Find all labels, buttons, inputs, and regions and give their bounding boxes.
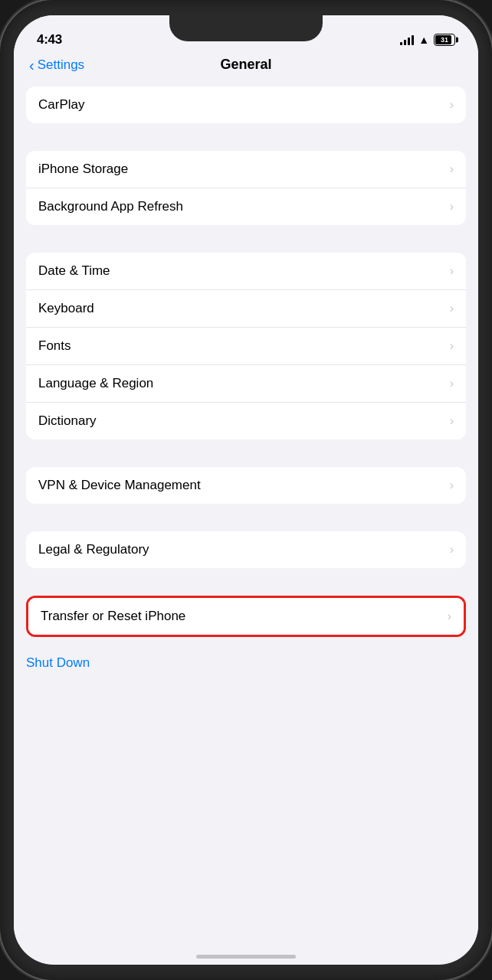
carplay-section: CarPlay › <box>14 87 478 123</box>
navigation-bar: ‹ Settings General <box>14 54 478 79</box>
transfer-label: Transfer or Reset iPhone <box>41 609 185 624</box>
dictionary-row[interactable]: Dictionary › <box>26 403 466 439</box>
transfer-section: Transfer or Reset iPhone › <box>14 596 478 637</box>
shut-down-button[interactable]: Shut Down <box>26 655 90 670</box>
signal-icon <box>400 34 414 45</box>
language-region-chevron-icon: › <box>450 377 454 390</box>
legal-label: Legal & Regulatory <box>38 542 149 557</box>
fonts-label: Fonts <box>38 338 71 354</box>
iphone-storage-label: iPhone Storage <box>38 162 128 177</box>
spacer-2 <box>14 233 478 245</box>
language-region-label: Language & Region <box>38 376 153 391</box>
transfer-group-highlighted: Transfer or Reset iPhone › <box>26 596 466 637</box>
carplay-chevron-icon: › <box>450 98 454 112</box>
spacer-3 <box>14 447 478 459</box>
locale-section: Date & Time › Keyboard › Fonts › Languag… <box>14 253 478 439</box>
storage-group: iPhone Storage › Background App Refresh … <box>26 151 466 225</box>
shut-down-section: Shut Down <box>14 645 478 681</box>
status-time: 4:43 <box>37 32 62 47</box>
back-button[interactable]: ‹ Settings <box>29 57 84 73</box>
phone-device: 4:43 ▲ 31 ‹ Settings Gene <box>0 0 492 980</box>
home-indicator <box>196 955 296 959</box>
notch <box>169 15 323 41</box>
background-app-refresh-row[interactable]: Background App Refresh › <box>26 188 466 225</box>
spacer-4 <box>14 511 478 524</box>
back-chevron-icon: ‹ <box>29 57 34 73</box>
transfer-chevron-icon: › <box>448 609 451 623</box>
back-label: Settings <box>38 57 84 73</box>
status-icons: ▲ 31 <box>400 34 455 46</box>
legal-chevron-icon: › <box>450 543 454 557</box>
vpn-section: VPN & Device Management › <box>14 467 478 504</box>
fonts-row[interactable]: Fonts › <box>26 328 466 365</box>
dictionary-chevron-icon: › <box>450 414 454 428</box>
background-app-refresh-chevron-icon: › <box>450 200 454 214</box>
language-region-row[interactable]: Language & Region › <box>26 365 466 403</box>
legal-section: Legal & Regulatory › <box>14 531 478 568</box>
locale-group: Date & Time › Keyboard › Fonts › Languag… <box>26 253 466 439</box>
fonts-chevron-icon: › <box>450 339 454 353</box>
keyboard-chevron-icon: › <box>450 302 454 315</box>
transfer-row[interactable]: Transfer or Reset iPhone › <box>28 598 464 635</box>
keyboard-row[interactable]: Keyboard › <box>26 290 466 328</box>
date-time-chevron-icon: › <box>450 264 454 278</box>
iphone-storage-row[interactable]: iPhone Storage › <box>26 151 466 188</box>
vpn-group: VPN & Device Management › <box>26 467 466 504</box>
wifi-icon: ▲ <box>418 34 429 46</box>
background-app-refresh-label: Background App Refresh <box>38 199 183 214</box>
spacer-5 <box>14 576 478 588</box>
vpn-row[interactable]: VPN & Device Management › <box>26 467 466 504</box>
scroll-content[interactable]: CarPlay › iPhone Storage › Background Ap… <box>14 79 478 944</box>
phone-screen: 4:43 ▲ 31 ‹ Settings Gene <box>14 15 478 965</box>
page-title: General <box>220 57 271 73</box>
keyboard-label: Keyboard <box>38 301 94 316</box>
carplay-group: CarPlay › <box>26 87 466 123</box>
dictionary-label: Dictionary <box>38 413 97 429</box>
storage-section: iPhone Storage › Background App Refresh … <box>14 151 478 225</box>
vpn-label: VPN & Device Management <box>38 478 201 493</box>
legal-row[interactable]: Legal & Regulatory › <box>26 531 466 568</box>
vpn-chevron-icon: › <box>450 479 454 492</box>
spacer-1 <box>14 131 478 143</box>
legal-group: Legal & Regulatory › <box>26 531 466 568</box>
battery-icon: 31 <box>434 34 455 46</box>
date-time-label: Date & Time <box>38 263 110 279</box>
carplay-row[interactable]: CarPlay › <box>26 87 466 123</box>
iphone-storage-chevron-icon: › <box>450 162 454 176</box>
date-time-row[interactable]: Date & Time › <box>26 253 466 290</box>
carplay-label: CarPlay <box>38 97 84 113</box>
